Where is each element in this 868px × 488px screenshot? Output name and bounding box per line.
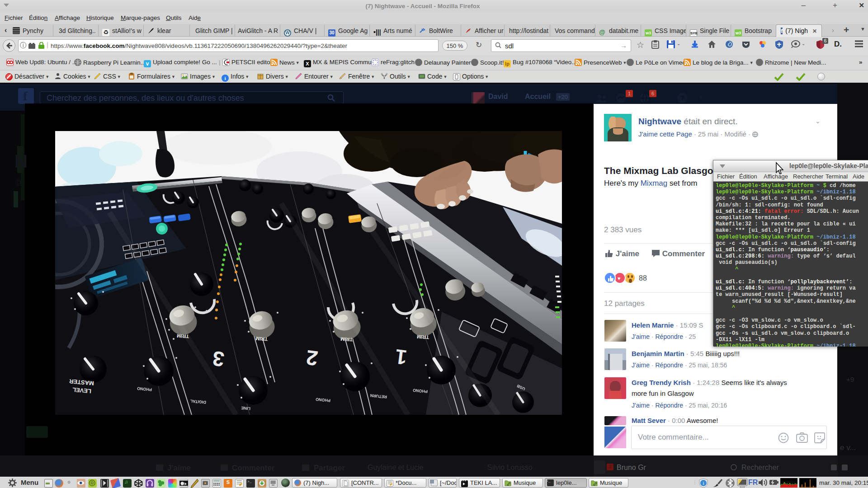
svg-text:i: i (703, 480, 704, 486)
svg-text:TRIM: TRIM (417, 334, 429, 340)
svg-text:TRIM: TRIM (255, 336, 268, 342)
svg-text:LINE: LINE (241, 406, 250, 411)
svg-text:TRIM: TRIM (340, 336, 353, 342)
